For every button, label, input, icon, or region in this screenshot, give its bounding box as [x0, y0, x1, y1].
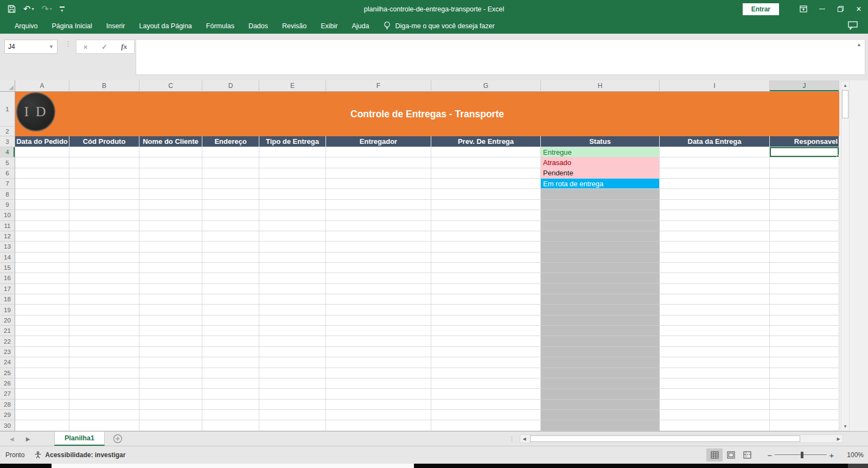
- cell-C19[interactable]: [139, 305, 202, 315]
- cell-B4[interactable]: [69, 147, 139, 157]
- cell-G28[interactable]: [431, 400, 541, 410]
- cell-J5[interactable]: [770, 157, 839, 168]
- row-header-22[interactable]: 22: [0, 336, 15, 346]
- cell-F8[interactable]: [326, 189, 431, 199]
- cell-G14[interactable]: [431, 252, 541, 263]
- cell-H17[interactable]: [541, 284, 660, 294]
- cell-H15[interactable]: [541, 263, 660, 273]
- cell-G20[interactable]: [431, 315, 541, 326]
- column-header-C[interactable]: C: [139, 80, 202, 92]
- cell-E27[interactable]: [259, 389, 326, 399]
- cell-E5[interactable]: [259, 157, 326, 168]
- tab-pagina-inicial[interactable]: Página Inicial: [44, 18, 99, 34]
- cell-J4[interactable]: [770, 147, 839, 157]
- cell-I12[interactable]: [660, 231, 770, 242]
- cell-H10[interactable]: [541, 210, 660, 220]
- cell-J28[interactable]: [770, 400, 839, 410]
- cell-J15[interactable]: [770, 263, 839, 273]
- cell-A27[interactable]: [15, 389, 69, 399]
- cell-A20[interactable]: [15, 315, 69, 326]
- cell-D20[interactable]: [202, 315, 259, 326]
- cell-A10[interactable]: [15, 210, 69, 220]
- cell-F19[interactable]: [326, 305, 431, 315]
- cell-H6[interactable]: Pendente: [541, 168, 660, 179]
- zoom-level[interactable]: 100%: [840, 451, 864, 459]
- cell-D18[interactable]: [202, 294, 259, 305]
- cell-H19[interactable]: [541, 305, 660, 315]
- cell-I28[interactable]: [660, 400, 770, 410]
- cell-D11[interactable]: [202, 221, 259, 231]
- cell-H25[interactable]: [541, 368, 660, 378]
- cell-D14[interactable]: [202, 252, 259, 263]
- cell-F25[interactable]: [326, 368, 431, 378]
- cell-A4[interactable]: [15, 147, 69, 157]
- cell-B6[interactable]: [69, 168, 139, 179]
- cell-H3[interactable]: Status: [541, 136, 660, 147]
- cell-C22[interactable]: [139, 336, 202, 346]
- cell-D15[interactable]: [202, 263, 259, 273]
- cell-A19[interactable]: [15, 305, 69, 315]
- cell-I20[interactable]: [660, 315, 770, 326]
- restore-button[interactable]: [831, 0, 850, 18]
- prev-sheet-icon[interactable]: ◀: [10, 436, 14, 442]
- cell-J18[interactable]: [770, 294, 839, 305]
- cell-D12[interactable]: [202, 231, 259, 242]
- row-header-14[interactable]: 14: [0, 252, 15, 263]
- cell-E19[interactable]: [259, 305, 326, 315]
- scroll-up-icon[interactable]: ▲: [841, 81, 849, 90]
- comment-icon[interactable]: [847, 21, 858, 30]
- scroll-right-icon[interactable]: ▶: [834, 435, 843, 442]
- cell-A28[interactable]: [15, 400, 69, 410]
- cell-G16[interactable]: [431, 273, 541, 283]
- column-header-H[interactable]: H: [541, 80, 660, 92]
- cell-F28[interactable]: [326, 400, 431, 410]
- row-header-13[interactable]: 13: [0, 242, 15, 252]
- cell-I9[interactable]: [660, 200, 770, 210]
- row-header-5[interactable]: 5: [0, 157, 15, 168]
- cell-F20[interactable]: [326, 315, 431, 326]
- cell-J8[interactable]: [770, 189, 839, 199]
- cell-G24[interactable]: [431, 357, 541, 368]
- zoom-slider[interactable]: [775, 451, 827, 459]
- cell-A30[interactable]: [15, 420, 69, 431]
- cell-C28[interactable]: [139, 400, 202, 410]
- cell-G11[interactable]: [431, 221, 541, 231]
- cell-B27[interactable]: [69, 389, 139, 399]
- cell-C23[interactable]: [139, 347, 202, 357]
- cell-A18[interactable]: [15, 294, 69, 305]
- row-header-11[interactable]: 11: [0, 221, 15, 231]
- cell-F9[interactable]: [326, 200, 431, 210]
- cell-E24[interactable]: [259, 357, 326, 368]
- column-header-D[interactable]: D: [202, 80, 259, 92]
- cell-H30[interactable]: [541, 420, 660, 431]
- cell-D24[interactable]: [202, 357, 259, 368]
- cell-C7[interactable]: [139, 179, 202, 189]
- cell-J21[interactable]: [770, 326, 839, 336]
- cell-A13[interactable]: [15, 242, 69, 252]
- cell-B12[interactable]: [69, 231, 139, 242]
- cell-F17[interactable]: [326, 284, 431, 294]
- cell-D28[interactable]: [202, 400, 259, 410]
- cell-I18[interactable]: [660, 294, 770, 305]
- cell-I15[interactable]: [660, 263, 770, 273]
- cell-B21[interactable]: [69, 326, 139, 336]
- cell-D17[interactable]: [202, 284, 259, 294]
- cell-E23[interactable]: [259, 347, 326, 357]
- row-header-27[interactable]: 27: [0, 389, 15, 399]
- cell-G18[interactable]: [431, 294, 541, 305]
- cell-G8[interactable]: [431, 189, 541, 199]
- new-sheet-icon[interactable]: [113, 434, 123, 444]
- cell-E11[interactable]: [259, 221, 326, 231]
- cell-I21[interactable]: [660, 326, 770, 336]
- cell-G27[interactable]: [431, 389, 541, 399]
- row-header-30[interactable]: 30: [0, 420, 15, 431]
- cell-I25[interactable]: [660, 368, 770, 378]
- next-sheet-icon[interactable]: ▶: [26, 436, 30, 442]
- minimize-button[interactable]: [813, 0, 831, 18]
- cell-J22[interactable]: [770, 336, 839, 346]
- cell-H23[interactable]: [541, 347, 660, 357]
- cell-D4[interactable]: [202, 147, 259, 157]
- cell-I16[interactable]: [660, 273, 770, 283]
- cell-D26[interactable]: [202, 378, 259, 389]
- cell-J16[interactable]: [770, 273, 839, 283]
